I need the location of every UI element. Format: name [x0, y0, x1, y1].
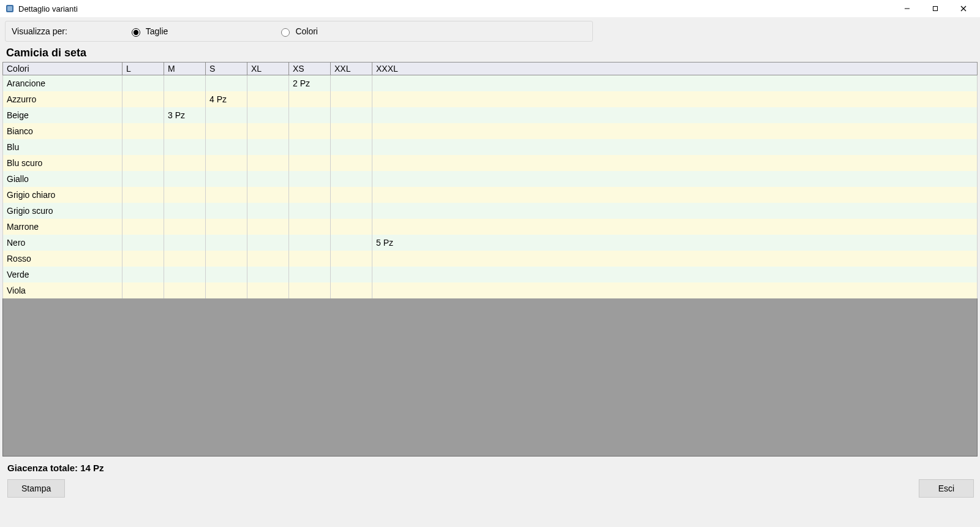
- cell-xs[interactable]: [289, 267, 331, 282]
- cell-color[interactable]: Nero: [3, 235, 123, 251]
- cell-m[interactable]: [164, 219, 206, 235]
- cell-color[interactable]: Giallo: [3, 171, 123, 187]
- cell-m[interactable]: [164, 171, 206, 187]
- cell-xxxl[interactable]: [372, 282, 978, 298]
- cell-color[interactable]: Rosso: [3, 251, 123, 267]
- table-row[interactable]: Blu: [3, 139, 978, 155]
- cell-color[interactable]: Arancione: [3, 75, 123, 91]
- cell-xs[interactable]: [289, 139, 331, 155]
- table-row[interactable]: Viola: [3, 282, 978, 298]
- cell-xxxl[interactable]: [372, 155, 978, 171]
- cell-l[interactable]: [123, 123, 164, 139]
- cell-xxl[interactable]: [331, 187, 372, 203]
- cell-xxl[interactable]: [331, 235, 372, 251]
- cell-xs[interactable]: [289, 91, 331, 107]
- cell-m[interactable]: [164, 235, 206, 251]
- cell-m[interactable]: [164, 203, 206, 219]
- cell-xxl[interactable]: [331, 171, 372, 187]
- cell-xxl[interactable]: [331, 203, 372, 219]
- cell-color[interactable]: Marrone: [3, 219, 123, 235]
- table-row[interactable]: Verde: [3, 267, 978, 282]
- cell-xl[interactable]: [247, 267, 289, 282]
- cell-xl[interactable]: [247, 139, 289, 155]
- cell-s[interactable]: [206, 155, 247, 171]
- cell-s[interactable]: [206, 251, 247, 267]
- table-row[interactable]: Arancione2 Pz: [3, 75, 978, 91]
- table-row[interactable]: Blu scuro: [3, 155, 978, 171]
- th-l[interactable]: L: [123, 63, 164, 75]
- cell-s[interactable]: [206, 267, 247, 282]
- cell-xxl[interactable]: [331, 267, 372, 282]
- cell-xxxl[interactable]: [372, 123, 978, 139]
- cell-xs[interactable]: [289, 235, 331, 251]
- cell-xs[interactable]: 2 Pz: [289, 75, 331, 91]
- cell-xs[interactable]: [289, 187, 331, 203]
- table-row[interactable]: Grigio scuro: [3, 203, 978, 219]
- cell-s[interactable]: 4 Pz: [206, 91, 247, 107]
- cell-color[interactable]: Azzurro: [3, 91, 123, 107]
- exit-button[interactable]: Esci: [919, 479, 974, 498]
- cell-s[interactable]: [206, 187, 247, 203]
- table-row[interactable]: Marrone: [3, 219, 978, 235]
- cell-xs[interactable]: [289, 203, 331, 219]
- th-s[interactable]: S: [206, 63, 247, 75]
- cell-l[interactable]: [123, 75, 164, 91]
- cell-xl[interactable]: [247, 75, 289, 91]
- cell-m[interactable]: [164, 282, 206, 298]
- cell-m[interactable]: [164, 267, 206, 282]
- cell-m[interactable]: [164, 155, 206, 171]
- window-minimize-button[interactable]: [893, 0, 921, 17]
- cell-xxl[interactable]: [331, 139, 372, 155]
- cell-xl[interactable]: [247, 282, 289, 298]
- cell-l[interactable]: [123, 171, 164, 187]
- cell-xxxl[interactable]: [372, 139, 978, 155]
- cell-s[interactable]: [206, 123, 247, 139]
- cell-xxxl[interactable]: [372, 75, 978, 91]
- cell-color[interactable]: Blu scuro: [3, 155, 123, 171]
- cell-xl[interactable]: [247, 91, 289, 107]
- cell-color[interactable]: Verde: [3, 267, 123, 282]
- cell-l[interactable]: [123, 203, 164, 219]
- th-colori[interactable]: Colori: [3, 63, 123, 75]
- cell-s[interactable]: [206, 219, 247, 235]
- cell-xs[interactable]: [289, 107, 331, 123]
- cell-xl[interactable]: [247, 171, 289, 187]
- table-row[interactable]: Beige3 Pz: [3, 107, 978, 123]
- radio-taglie-input[interactable]: [132, 28, 140, 37]
- th-xl[interactable]: XL: [247, 63, 289, 75]
- cell-color[interactable]: Bianco: [3, 123, 123, 139]
- print-button[interactable]: Stampa: [7, 479, 65, 498]
- cell-m[interactable]: [164, 139, 206, 155]
- th-m[interactable]: M: [164, 63, 206, 75]
- cell-xxxl[interactable]: [372, 107, 978, 123]
- cell-xxl[interactable]: [331, 155, 372, 171]
- cell-xl[interactable]: [247, 187, 289, 203]
- cell-s[interactable]: [206, 107, 247, 123]
- cell-color[interactable]: Viola: [3, 282, 123, 298]
- cell-s[interactable]: [206, 282, 247, 298]
- cell-xxxl[interactable]: 5 Pz: [372, 235, 978, 251]
- cell-xs[interactable]: [289, 282, 331, 298]
- table-row[interactable]: Nero5 Pz: [3, 235, 978, 251]
- cell-xl[interactable]: [247, 251, 289, 267]
- cell-xl[interactable]: [247, 123, 289, 139]
- cell-l[interactable]: [123, 267, 164, 282]
- cell-l[interactable]: [123, 91, 164, 107]
- cell-xl[interactable]: [247, 155, 289, 171]
- cell-xxxl[interactable]: [372, 187, 978, 203]
- cell-color[interactable]: Beige: [3, 107, 123, 123]
- window-close-button[interactable]: [949, 0, 978, 17]
- cell-xl[interactable]: [247, 219, 289, 235]
- cell-xxl[interactable]: [331, 282, 372, 298]
- cell-m[interactable]: [164, 91, 206, 107]
- table-row[interactable]: Grigio chiaro: [3, 187, 978, 203]
- cell-l[interactable]: [123, 139, 164, 155]
- cell-xxxl[interactable]: [372, 91, 978, 107]
- th-xs[interactable]: XS: [289, 63, 331, 75]
- cell-xxl[interactable]: [331, 91, 372, 107]
- cell-xxxl[interactable]: [372, 171, 978, 187]
- cell-color[interactable]: Grigio scuro: [3, 203, 123, 219]
- table-row[interactable]: Giallo: [3, 171, 978, 187]
- cell-xxxl[interactable]: [372, 251, 978, 267]
- radio-colori[interactable]: Colori: [278, 26, 318, 37]
